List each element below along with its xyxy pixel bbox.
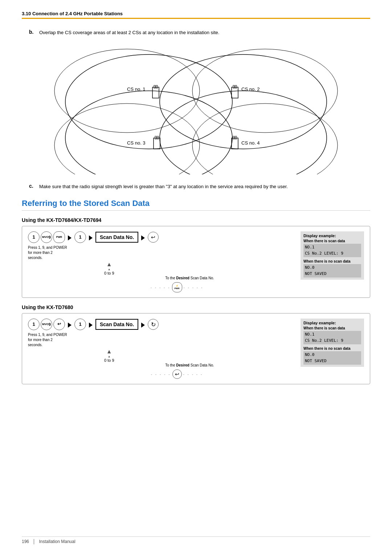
key-1-badge: 1: [28, 231, 40, 243]
dotted-row-2: - - - - - ↩ - - - - -: [28, 369, 297, 379]
range-area-1: ▲ ▲ 0 to 9: [28, 261, 297, 275]
svg-rect-18: [157, 136, 159, 139]
item-c-text: Make sure that the radio signal strength…: [39, 183, 288, 190]
section-header: 3.10 Connection of 2.4 GHz Portable Stat…: [22, 11, 370, 19]
svg-text:CS no. 4: CS no. 4: [241, 140, 260, 146]
subsection1-title: Using the KX-TD7684/KX-TD7694: [22, 217, 370, 223]
section-header-text: 3.10 Connection of 2.4 GHz Portable Stat…: [22, 11, 123, 16]
svg-point-0: [65, 54, 232, 149]
range-label-1: 0 to 9: [104, 271, 114, 275]
scan-data-display-2: NO.1CS No.2 LEVEL: 9: [303, 331, 361, 344]
display-title-2: Display example:: [303, 321, 361, 325]
item-c: c. Make sure that the radio signal stren…: [22, 183, 370, 190]
key-1-badge-b: 1: [28, 319, 40, 330]
page: 3.10 Connection of 2.4 GHz Portable Stat…: [0, 0, 392, 555]
svg-point-2: [65, 91, 232, 174]
scan-data-no-2: Scan Data No.: [95, 319, 138, 330]
subsection2-title: Using the KX-TD7680: [22, 304, 370, 310]
svg-rect-12: [232, 87, 238, 98]
no-scan-display-1: NO.0NOT SAVED: [303, 264, 361, 278]
when-scan-2: When there is scan data: [303, 326, 361, 330]
svg-rect-9: [154, 85, 155, 88]
key-back-badge: ↩: [53, 319, 65, 330]
return-icon-2: ↻: [148, 319, 159, 330]
arrow-5: [89, 323, 93, 328]
svg-point-6: [54, 104, 200, 174]
footer-label: Installation Manual: [39, 539, 75, 544]
arrow-6: [141, 323, 145, 328]
cs-coverage-diagram: CS no. 1 CS no. 2 CS no. 3 CS no. 4: [47, 44, 345, 174]
range-label-2: 0 to 9: [104, 358, 114, 362]
item-b-letter: b.: [29, 29, 35, 36]
section-title: Referring to the Stored Scan Data: [22, 199, 370, 211]
svg-rect-20: [232, 138, 238, 149]
svg-text:CS no. 3: CS no. 3: [127, 140, 146, 146]
svg-point-1: [160, 54, 327, 149]
scan-data-no-1: Scan Data No.: [95, 232, 138, 243]
key-9-badge-b: MVO 9: [41, 319, 52, 330]
when-scan-1: When there is scan data: [303, 239, 361, 243]
svg-rect-17: [155, 136, 156, 139]
when-no-scan-2: When there is no scan data: [303, 347, 361, 351]
display-title-1: Display example:: [303, 234, 361, 238]
key-back-dotted: ↩: [172, 369, 182, 379]
diagram-box-2: 1 MVO 9 ↩ 1 Scan Data No. ↻: [22, 313, 370, 384]
item-b-text: Overlap the CS coverage areas of at leas…: [39, 29, 219, 36]
key-pwr-dotted-1: ⚡PWR: [172, 282, 182, 292]
arrow-2: [89, 235, 93, 240]
svg-rect-21: [233, 136, 234, 139]
diagram-row-2: 1 MVO 9 ↩ 1 Scan Data No. ↻: [28, 319, 297, 332]
arrow-4: [68, 323, 72, 328]
arrow-3: [141, 235, 145, 240]
svg-point-7: [192, 104, 338, 174]
to-desired-1: To the Desired Scan Data No.: [28, 276, 297, 280]
svg-rect-14: [235, 85, 237, 88]
item-c-letter: c.: [29, 183, 35, 190]
key-1-badge3: 1: [74, 319, 86, 330]
arrow-1: [68, 235, 72, 240]
return-icon-1: ↩: [148, 232, 159, 243]
no-scan-display-2: NO.0NOT SAVED: [303, 351, 361, 365]
to-desired-2: To the Desired Scan Data No.: [28, 363, 297, 367]
item-b: b. Overlap the CS coverage areas of at l…: [22, 29, 370, 36]
svg-point-5: [192, 49, 338, 133]
key-pwr-badge-1: PWR: [53, 231, 65, 243]
when-no-scan-1: When there is no scan data: [303, 259, 361, 263]
display-example-1: Display example: When there is scan data…: [301, 231, 364, 280]
range-area-2: ▲ ▲ 0 to 9: [28, 348, 297, 362]
diagram-box-1: 1 MVO 9 PWR 1 Scan Data No.: [22, 226, 370, 298]
press-label-1: Press 1, 9, and POWERfor more than 2 sec…: [28, 245, 68, 260]
key-1-badge2: 1: [74, 231, 86, 243]
svg-rect-8: [152, 87, 159, 98]
diagram-row-1: 1 MVO 9 PWR 1 Scan Data No.: [28, 231, 297, 244]
dotted-row-1: - - - - - ⚡PWR - - - - -: [28, 282, 297, 292]
scan-data-display-1: NO.1CS No.2 LEVEL: 9: [303, 244, 361, 257]
footer-separator: │: [33, 539, 36, 544]
svg-text:CS no. 2: CS no. 2: [241, 86, 260, 92]
display-example-2: Display example: When there is scan data…: [301, 319, 364, 367]
press-label-2: Press 1, 9, and POWERfor more than 2 sec…: [28, 332, 68, 348]
svg-rect-22: [235, 136, 237, 139]
svg-text:CS no. 1: CS no. 1: [127, 86, 146, 92]
page-footer: 196 │ Installation Manual: [22, 536, 370, 544]
svg-rect-13: [233, 85, 234, 88]
key-9-badge: MVO 9: [41, 231, 52, 243]
svg-rect-10: [156, 85, 158, 88]
footer-page: 196: [22, 539, 29, 544]
svg-point-3: [160, 91, 327, 174]
svg-rect-16: [154, 138, 160, 149]
